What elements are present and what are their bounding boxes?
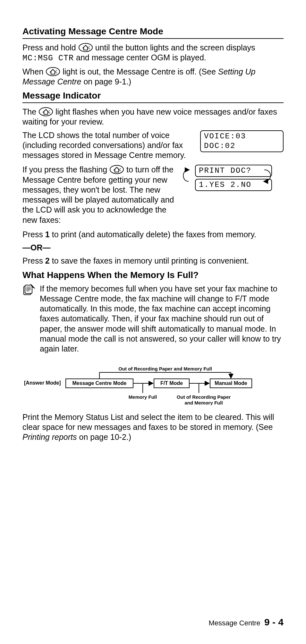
diagram-right-label-line2: and Memory Full (184, 400, 223, 405)
text-fragment: on page 9-1.) (83, 77, 131, 86)
svg-point-8 (49, 110, 50, 111)
diagram-box-manual-mode: Manual Mode (215, 380, 247, 386)
svg-point-9 (110, 165, 123, 174)
paragraph: Press 1 to print (and automatically dele… (22, 230, 284, 239)
text-fragment: When (22, 67, 46, 76)
text-fragment: If you press the flashing (22, 165, 109, 174)
home-icon: i (46, 67, 60, 76)
page-footer: Message Centre 9 - 4 (208, 616, 284, 628)
home-icon: i (109, 165, 124, 174)
lcd-container: VOICE:03 DOC:02 (200, 130, 284, 152)
svg-text:i: i (49, 111, 50, 114)
svg-text:i: i (120, 169, 121, 172)
svg-point-3 (46, 67, 60, 76)
footer-page-number: 9 - 4 (264, 617, 284, 627)
paragraph: If you press the flashing i to turn off … (22, 165, 174, 225)
paragraph: The LCD shows the total number of voice … (22, 130, 187, 161)
svg-point-5 (56, 70, 57, 71)
section-heading-indicator: Message Indicator (22, 90, 284, 103)
mode-flow-diagram: [Answer Mode] Message Centre Mode F/T Mo… (22, 363, 285, 405)
diagram-box-mc-mode: Message Centre Mode (72, 380, 127, 386)
text-fragment: light flashes when you have new voice me… (22, 107, 277, 126)
home-icon: i (38, 107, 53, 117)
text-with-lcd-row: If you press the flashing i to turn off … (22, 165, 284, 228)
text-fragment: The (22, 107, 38, 116)
diagram-right-label-line1: Out of Recording Paper (177, 394, 231, 400)
paragraph: When i light is out, the Message Centre … (22, 67, 284, 87)
key-label: 2 (45, 256, 50, 265)
lcd-stack: PRINT DOC? 1.YES 2.NO (187, 165, 284, 191)
note-text: If the memory becomes full when you have… (40, 284, 284, 354)
lcd-display: VOICE:03 DOC:02 (200, 130, 284, 152)
note-block: If the memory becomes full when you have… (22, 284, 284, 357)
home-icon: i (78, 43, 93, 52)
footer-chapter: Message Centre (208, 619, 260, 627)
paragraph: Press 2 to save the faxes in memory unti… (22, 256, 284, 266)
text-fragment: until the button lights and the screen d… (95, 43, 255, 52)
svg-rect-13 (25, 285, 32, 293)
text-fragment: on page 10-2.) (77, 432, 132, 441)
diagram-mid-label: Memory Full (129, 394, 157, 400)
svg-point-2 (89, 46, 89, 47)
svg-point-0 (79, 43, 92, 52)
document-page: Activating Message Centre Mode Press and… (0, 0, 306, 644)
svg-text:i: i (89, 47, 90, 50)
paragraph: The i light flashes when you have new vo… (22, 107, 284, 127)
key-label: 1 (45, 230, 50, 239)
section-heading-activating: Activating Message Centre Mode (22, 26, 284, 39)
section-heading-memoryfull: What Happens When the Memory Is Full? (22, 269, 284, 281)
svg-text:i: i (56, 71, 57, 74)
text-fragment: and message center OGM is played. (74, 53, 206, 62)
text-fragment: Press (22, 256, 45, 265)
text-with-lcd-row: The LCD shows the total number of voice … (22, 130, 284, 164)
code-text: MC:MSG CTR (22, 54, 74, 63)
text-fragment: Press and hold (22, 43, 78, 52)
paragraph: Print the Memory Status List and select … (22, 412, 284, 442)
svg-point-6 (39, 108, 53, 116)
paragraph: Press and hold i until the button lights… (22, 43, 284, 64)
lcd-display: 1.YES 2.NO (195, 179, 272, 191)
cross-reference: Printing reports (22, 432, 77, 441)
diagram-top-label: Out of Recording Paper and Memory Full (118, 366, 212, 371)
diagram-label-answer-mode: [Answer Mode] (24, 380, 61, 386)
svg-point-11 (120, 168, 121, 169)
text-fragment: to print (and automatically delete) the … (50, 230, 256, 239)
lcd-display: PRINT DOC? (195, 165, 272, 177)
text-fragment: Press (22, 230, 45, 239)
text-fragment: to save the faxes in memory until printi… (50, 256, 249, 265)
text-fragment: Print the Memory Status List and select … (22, 413, 274, 431)
diagram-box-ft-mode: F/T Mode (160, 380, 183, 386)
or-separator: —OR— (22, 243, 284, 253)
text-fragment: light is out, the Message Centre is off.… (63, 67, 218, 76)
note-icon (22, 284, 35, 297)
